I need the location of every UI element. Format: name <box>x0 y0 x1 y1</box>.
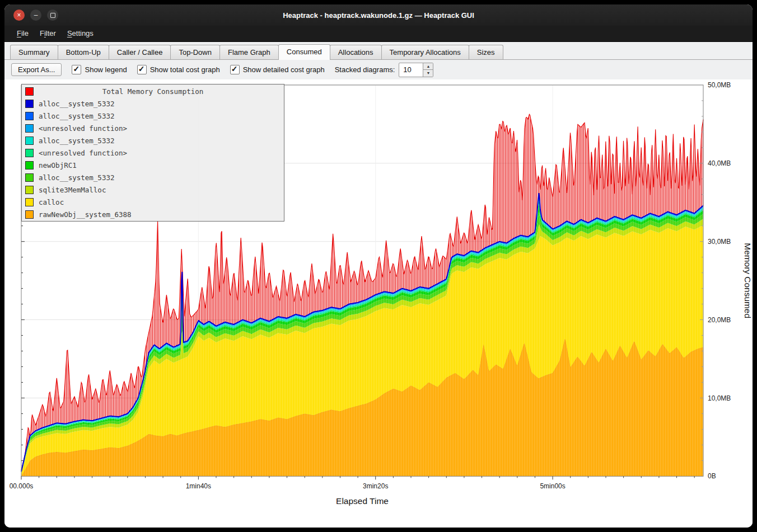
legend-label: rawNewObj__system_6388 <box>39 210 132 219</box>
maximize-button[interactable] <box>47 10 58 21</box>
spin-up-icon[interactable]: ▲ <box>423 63 433 70</box>
window-title: Heaptrack - heaptrack.wakunode.1.gz — He… <box>283 11 474 20</box>
legend-item: newObjRC1 <box>22 159 284 171</box>
legend-swatch-icon <box>25 112 34 120</box>
y-tick-label: 40,0MB <box>708 159 731 167</box>
legend-label: newObjRC1 <box>39 161 77 170</box>
y-tick-label: 30,0MB <box>708 238 731 246</box>
legend-label: alloc__system_5332 <box>39 173 114 182</box>
spin-down-icon[interactable]: ▼ <box>423 70 433 77</box>
checkbox-label: Show detailed cost graph <box>243 65 325 74</box>
tab-bar: SummaryBottom-UpCaller / CalleeTop-DownF… <box>4 42 753 60</box>
legend-item: <unresolved function> <box>22 122 284 134</box>
menu-item-settings[interactable]: Settings <box>62 26 99 41</box>
legend-swatch-icon <box>25 173 34 182</box>
legend-item: alloc__system_5332 <box>22 110 284 122</box>
x-tick-label: 5min00s <box>540 482 565 490</box>
checkbox-group: Show legendShow total cost graphShow det… <box>72 65 324 74</box>
tab-consumed[interactable]: Consumed <box>278 44 330 60</box>
legend-item: alloc__system_5332 <box>22 97 284 110</box>
x-tick-label: 00.000s <box>10 482 34 490</box>
tab-temporary-allocations[interactable]: Temporary Allocations <box>381 45 469 59</box>
checkbox-label: Show total cost graph <box>150 65 220 74</box>
legend-swatch-icon <box>25 161 34 170</box>
tab-flame-graph[interactable]: Flame Graph <box>219 45 279 59</box>
stacked-diagrams-value[interactable]: 10 <box>399 63 423 77</box>
legend-item: calloc <box>22 196 284 208</box>
legend-label: alloc__system_5332 <box>39 100 114 108</box>
checkbox-icon[interactable] <box>230 65 240 74</box>
legend-item: rawNewObj__system_6388 <box>22 208 284 220</box>
legend-swatch-icon <box>25 186 34 194</box>
tab-sizes[interactable]: Sizes <box>469 45 503 59</box>
menubar: FileFilterSettings <box>4 26 753 42</box>
checkbox-icon[interactable] <box>137 65 147 74</box>
checkbox-show-detailed-cost-graph[interactable]: Show detailed cost graph <box>230 65 325 74</box>
tab-bottom-up[interactable]: Bottom-Up <box>58 45 109 59</box>
legend-label: alloc__system_5332 <box>39 136 114 145</box>
legend-swatch-icon <box>25 136 34 145</box>
tab-caller-callee[interactable]: Caller / Callee <box>109 45 171 59</box>
stacked-diagrams-spinbox[interactable]: 10 ▲ ▼ <box>399 63 433 77</box>
y-tick-label: 10,0MB <box>708 394 731 402</box>
legend-title-row: Total Memory Consumption <box>22 85 284 97</box>
y-tick-label: 50,0MB <box>708 81 731 89</box>
menu-item-filter[interactable]: Filter <box>34 26 62 41</box>
legend-item: alloc__system_5332 <box>22 134 284 147</box>
checkbox-show-total-cost-graph[interactable]: Show total cost graph <box>137 65 220 74</box>
window-buttons: × – <box>13 4 58 26</box>
legend-label: Total Memory Consumption <box>39 87 267 96</box>
legend-swatch-icon <box>25 124 34 133</box>
legend-swatch-icon <box>25 100 34 108</box>
checkbox-icon[interactable] <box>72 65 81 74</box>
spin-buttons: ▲ ▼ <box>423 63 433 77</box>
legend-swatch-icon <box>25 87 34 96</box>
legend-label: <unresolved function> <box>39 149 127 157</box>
legend-swatch-icon <box>25 149 34 157</box>
checkbox-label: Show legend <box>85 65 127 74</box>
legend-swatch-icon <box>25 198 34 206</box>
tab-allocations[interactable]: Allocations <box>330 45 382 59</box>
tab-top-down[interactable]: Top-Down <box>170 45 220 59</box>
stacked-diagrams-label: Stacked diagrams: <box>335 65 395 74</box>
legend-label: sqlite3MemMalloc <box>39 186 106 194</box>
consumed-chart-area: Total Memory Consumptionalloc__system_53… <box>4 79 753 528</box>
legend-item: <unresolved function> <box>22 147 284 159</box>
legend-item: alloc__system_5332 <box>22 171 284 183</box>
tab-summary[interactable]: Summary <box>10 45 58 59</box>
legend-label: <unresolved function> <box>39 124 127 133</box>
maximize-icon <box>50 13 55 18</box>
x-tick-label: 3min20s <box>363 482 388 490</box>
y-axis-title: Memory Consumed <box>743 243 753 318</box>
export-as-button[interactable]: Export As... <box>11 63 62 76</box>
checkbox-show-legend[interactable]: Show legend <box>72 65 127 74</box>
legend-swatch-icon <box>25 210 34 219</box>
titlebar: × – Heaptrack - heaptrack.wakunode.1.gz … <box>4 4 753 26</box>
y-tick-label: 20,0MB <box>708 316 731 324</box>
minimize-button[interactable]: – <box>30 10 41 21</box>
legend-label: alloc__system_5332 <box>39 112 114 120</box>
close-button[interactable]: × <box>13 10 25 21</box>
app-window: × – Heaptrack - heaptrack.wakunode.1.gz … <box>4 4 753 528</box>
menu-item-file[interactable]: File <box>11 26 34 41</box>
legend-item: sqlite3MemMalloc <box>22 183 284 196</box>
legend-label: calloc <box>39 198 64 206</box>
chart-legend: Total Memory Consumptionalloc__system_53… <box>21 84 284 222</box>
stacked-diagrams-group: Stacked diagrams: 10 ▲ ▼ <box>335 63 434 77</box>
toolbar: Export As... Show legendShow total cost … <box>4 60 753 79</box>
x-tick-label: 1min40s <box>186 482 211 490</box>
x-axis-title: Elapsed Time <box>336 496 389 506</box>
y-tick-label: 0B <box>708 473 716 481</box>
